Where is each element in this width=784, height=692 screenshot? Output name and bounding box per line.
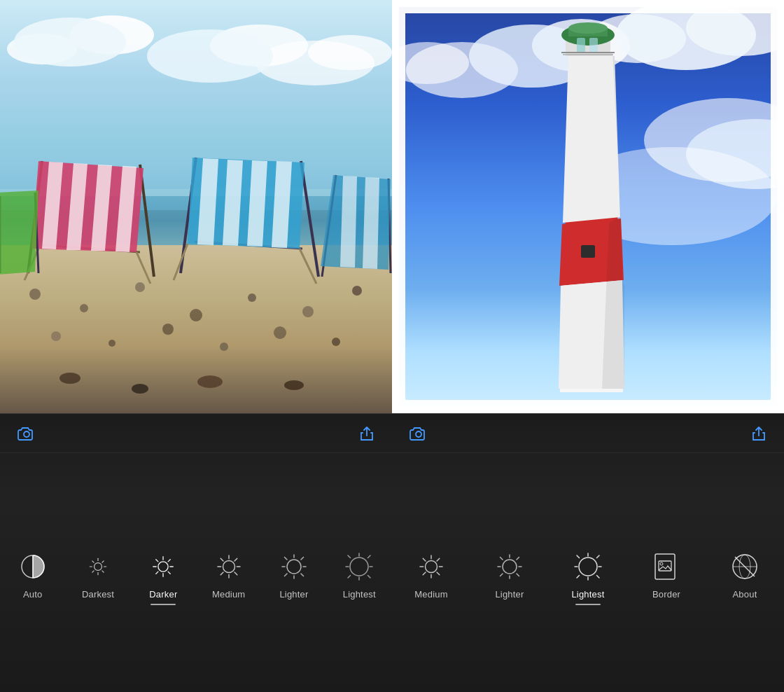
right-bottom-panel: Medium Lighte xyxy=(392,413,784,692)
border-icon xyxy=(648,548,685,585)
right-panel: Medium Lighte xyxy=(392,0,784,692)
svg-line-94 xyxy=(284,558,287,560)
about-icon xyxy=(727,548,763,585)
svg-point-59 xyxy=(24,431,29,437)
filter-medium[interactable]: Medium xyxy=(196,546,261,602)
svg-line-144 xyxy=(437,572,440,575)
svg-point-98 xyxy=(350,558,368,576)
svg-line-87 xyxy=(234,558,237,561)
left-filter-controls: Auto Darkest xyxy=(0,453,392,692)
svg-line-68 xyxy=(102,571,104,572)
right-filter-medium-label: Medium xyxy=(414,589,447,600)
right-filter-about[interactable]: About xyxy=(706,546,784,602)
filter-lightest[interactable]: Lightest xyxy=(327,546,392,602)
svg-point-156 xyxy=(579,558,597,576)
right-image-area xyxy=(392,0,784,413)
svg-rect-136 xyxy=(392,0,784,413)
svg-point-80 xyxy=(223,561,234,573)
svg-line-155 xyxy=(500,574,503,576)
svg-line-163 xyxy=(597,555,600,558)
right-filter-lightest-label: Lightest xyxy=(571,589,604,600)
right-filter-medium[interactable]: Medium xyxy=(392,546,470,602)
filter-lighter[interactable]: Lighter xyxy=(261,546,326,602)
svg-point-138 xyxy=(426,561,438,573)
svg-line-88 xyxy=(220,572,223,575)
svg-line-103 xyxy=(348,555,351,558)
filter-medium-label: Medium xyxy=(212,589,245,600)
left-camera-button[interactable] xyxy=(17,424,36,443)
svg-point-62 xyxy=(94,563,102,571)
filter-darkest-label: Darkest xyxy=(82,589,114,600)
svg-line-105 xyxy=(368,555,371,558)
left-share-button[interactable] xyxy=(358,425,375,442)
svg-line-146 xyxy=(423,572,426,575)
right-filter-lighter[interactable]: Lighter xyxy=(470,546,549,602)
right-lighter-sun-icon xyxy=(491,548,528,585)
auto-icon xyxy=(15,548,51,585)
svg-line-161 xyxy=(577,555,580,558)
darker-sun-icon xyxy=(145,548,181,585)
svg-line-70 xyxy=(92,571,94,572)
filter-lighter-label: Lighter xyxy=(279,589,308,600)
medium-sun-icon xyxy=(211,548,247,585)
right-filter-lightest[interactable]: Lightest xyxy=(549,546,627,602)
svg-line-96 xyxy=(301,558,304,560)
svg-line-86 xyxy=(234,572,237,575)
filter-auto[interactable]: Auto xyxy=(0,546,65,602)
right-share-button[interactable] xyxy=(750,425,767,442)
svg-line-78 xyxy=(168,560,170,562)
left-bottom-panel: Auto Darkest xyxy=(0,413,392,692)
svg-line-152 xyxy=(500,558,503,560)
svg-line-164 xyxy=(577,576,580,579)
lighter-sun-icon xyxy=(276,548,312,585)
filter-auto-label: Auto xyxy=(23,589,43,600)
svg-line-145 xyxy=(437,558,440,561)
svg-line-85 xyxy=(220,558,223,561)
right-lightest-sun-icon xyxy=(570,548,606,585)
left-toolbar xyxy=(0,414,392,453)
right-filter-about-label: About xyxy=(733,589,757,600)
svg-rect-58 xyxy=(0,0,392,413)
svg-line-76 xyxy=(156,560,158,562)
svg-point-147 xyxy=(503,560,517,574)
left-image-area xyxy=(0,0,392,413)
svg-line-154 xyxy=(517,558,519,560)
svg-line-67 xyxy=(92,561,94,562)
svg-point-167 xyxy=(660,562,663,565)
lighthouse-watercolor-image xyxy=(392,0,784,413)
filter-darker[interactable]: Darker xyxy=(131,546,196,602)
svg-line-69 xyxy=(102,561,104,562)
svg-line-79 xyxy=(156,572,158,574)
beach-watercolor-image xyxy=(0,0,392,413)
svg-point-137 xyxy=(416,431,421,437)
svg-rect-165 xyxy=(655,554,675,579)
right-filter-border[interactable]: Border xyxy=(627,546,706,602)
right-medium-sun-icon xyxy=(413,548,449,585)
filter-darkest[interactable]: Darkest xyxy=(65,546,130,602)
right-filter-lighter-label: Lighter xyxy=(495,589,524,600)
filter-darker-label: Darker xyxy=(149,589,177,600)
right-filter-border-label: Border xyxy=(652,589,680,600)
left-panel: Auto Darkest xyxy=(0,0,392,692)
svg-line-153 xyxy=(517,574,519,576)
svg-line-97 xyxy=(284,574,287,576)
svg-point-89 xyxy=(287,560,301,574)
svg-line-143 xyxy=(423,558,426,561)
right-filter-controls: Medium Lighte xyxy=(392,453,784,692)
svg-line-104 xyxy=(368,576,371,579)
right-camera-button[interactable] xyxy=(409,424,428,443)
svg-line-95 xyxy=(301,574,304,576)
svg-line-162 xyxy=(597,576,600,579)
svg-line-77 xyxy=(168,572,170,574)
svg-point-71 xyxy=(158,562,168,572)
lightest-sun-icon xyxy=(341,548,377,585)
right-toolbar xyxy=(392,414,784,453)
darkest-sun-icon xyxy=(80,548,116,585)
filter-lightest-label: Lightest xyxy=(343,589,376,600)
svg-line-106 xyxy=(348,576,351,579)
